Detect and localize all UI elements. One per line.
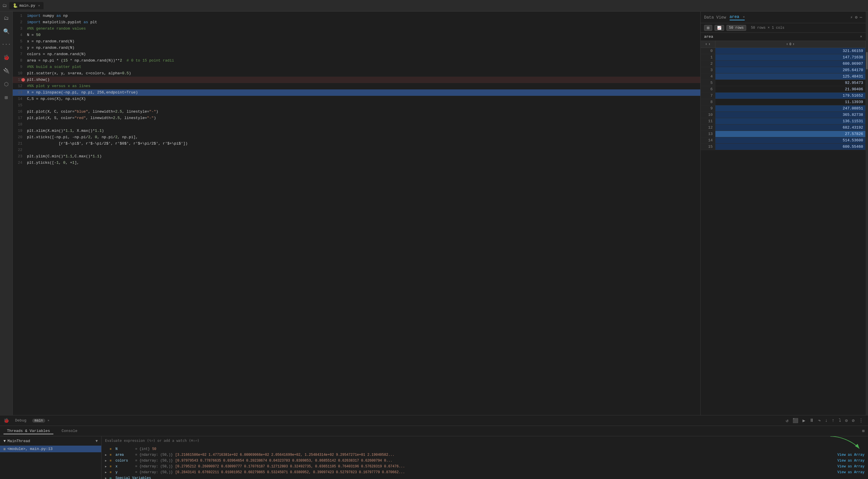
variable-row-area[interactable]: ▶ ≡ area = {ndarray: (50,)} [3.21661586e… xyxy=(104,452,866,458)
tab-close-button[interactable]: × xyxy=(38,4,40,7)
grid-view-button[interactable]: ⊞ xyxy=(704,25,712,31)
panel-expand-icon[interactable]: ⊞ xyxy=(862,428,865,433)
colors-view-as-array-link[interactable]: View as Array xyxy=(837,459,865,463)
view-breakpoints-button[interactable]: ⊙ xyxy=(844,417,849,424)
settings-icon[interactable]: ⚙ xyxy=(855,15,857,20)
data-view-area-tab[interactable]: area × xyxy=(730,14,745,20)
close-var-icon[interactable]: × xyxy=(860,34,862,39)
variable-row-x[interactable]: ▶ ≡ x = {ndarray: (50,)} [0.2795212 0.26… xyxy=(104,463,866,470)
table-row-index: 11 xyxy=(701,118,715,124)
table-row-index: 0 xyxy=(701,48,715,54)
table-cell: 136.11531 xyxy=(715,118,866,124)
table-row-index: 9 xyxy=(701,106,715,112)
thread-frame-item[interactable]: ▣ <module>, main.py:13 xyxy=(0,446,101,452)
bottom-tabs: Threads & Variables Console xyxy=(3,428,81,434)
debug-tab-label: Debug xyxy=(11,417,30,424)
table-cell: 147.71638 xyxy=(715,54,866,61)
table-row-index: 2 xyxy=(701,61,715,67)
table-cell: 179.51652 xyxy=(715,93,866,99)
sidebar-folder-icon[interactable]: 🗂 xyxy=(3,14,10,22)
variables-panel[interactable]: ≡ N = {int} 50 ▶ ≡ area = {ndarray: (50,… xyxy=(101,445,868,479)
more-debug-button[interactable]: ⋮ xyxy=(858,417,865,424)
frame-icon: ▣ xyxy=(3,447,5,451)
thread-expand-icon[interactable]: ▼ xyxy=(3,439,6,443)
editor-pane: 1 import numpy as np 2 import matplotlib… xyxy=(13,11,700,415)
main-area: 🗂 🔍 ··· 🐞 🔌 ⬡ ⊞ 1 import numpy as np 2 i… xyxy=(0,11,868,415)
table-row-index: 6 xyxy=(701,86,715,93)
chart-view-button[interactable]: 📈 xyxy=(715,25,724,31)
table-row-index: 10 xyxy=(701,112,715,118)
var-icon-N: ≡ xyxy=(110,447,114,451)
debug-tabs: 🐞 Debug main × ↺ ⬛ ▶ ⏸ ↷ ↓ ↑ ⤵ ⊙ ⊘ ⋮ xyxy=(0,415,868,426)
code-line-1: 1 import numpy as np xyxy=(13,13,700,19)
code-line-16: 16 plt.plot(X, C, color="blue", linewidt… xyxy=(13,109,700,115)
filter-icon[interactable]: ⚡ xyxy=(850,15,852,20)
scrollbar-thumb[interactable] xyxy=(866,52,868,69)
data-col-header-0[interactable]: ⬆ 0 ⬆ xyxy=(715,41,866,48)
variable-row-y[interactable]: ▶ ≡ y = {ndarray: (50,)} [0.2843141 0.67… xyxy=(104,470,866,475)
threads-variables-tab[interactable]: Threads & Variables xyxy=(3,428,53,434)
y-view-as-array-link[interactable]: View as Array xyxy=(837,470,865,474)
code-line-5: 5 x = np.random.rand(N) xyxy=(13,38,700,45)
sidebar-layers-icon[interactable]: ⬡ xyxy=(3,80,10,89)
step-out-button[interactable]: ↑ xyxy=(831,417,836,424)
debug-icon: 🐞 xyxy=(3,418,9,424)
mute-breakpoints-button[interactable]: ⊘ xyxy=(850,417,856,424)
file-tab[interactable]: 🐍 main.py × xyxy=(9,2,43,9)
restart-debug-button[interactable]: ↺ xyxy=(785,417,790,424)
sidebar-database-icon[interactable]: ⊞ xyxy=(3,93,9,102)
green-arrow-indicator xyxy=(827,436,862,451)
debug-main-close[interactable]: × xyxy=(48,419,50,422)
code-line-15: 15 xyxy=(13,102,700,109)
table-row-index: 14 xyxy=(701,137,715,144)
threads-header: ▼ MainThread ▼ xyxy=(0,436,101,446)
var-icon-x: ≡ xyxy=(110,465,114,468)
threads-panel: ▼ MainThread ▼ ▣ <module>, main.py:13 xyxy=(0,436,101,479)
table-row-index: 15 xyxy=(701,144,715,150)
table-row-index: 1 xyxy=(701,54,715,61)
table-row-index: 12 xyxy=(701,124,715,131)
sidebar-bug-icon[interactable]: 🐞 xyxy=(2,53,11,62)
data-view-var-name-bar: area × xyxy=(701,33,866,41)
variable-row-N[interactable]: ≡ N = {int} 50 xyxy=(104,446,866,452)
table-row-index: 7 xyxy=(701,93,715,99)
code-line-11: 11 plt.show() xyxy=(13,77,700,83)
rows-dropdown[interactable]: 50 rows xyxy=(726,25,746,31)
data-view-header-icons: ⚡ ⚙ ⋯ xyxy=(850,15,862,20)
step-into-button[interactable]: ↓ xyxy=(824,417,829,424)
data-view-title[interactable]: Data View xyxy=(704,15,726,20)
stop-debug-button[interactable]: ⬛ xyxy=(792,417,800,424)
debug-panel-body: ▼ MainThread ▼ ▣ <module>, main.py:13 xyxy=(0,436,868,479)
breakpoint-indicator[interactable] xyxy=(22,78,25,82)
table-cell: 321.66159 xyxy=(715,48,866,54)
run-to-cursor-button[interactable]: ⤵ xyxy=(838,417,842,424)
code-line-22: 22 xyxy=(13,147,700,153)
table-row-index: 13 xyxy=(701,131,715,137)
code-editor[interactable]: 1 import numpy as np 2 import matplotlib… xyxy=(13,11,700,415)
folder-icon[interactable]: 🗂 xyxy=(2,3,7,8)
console-tab[interactable]: Console xyxy=(58,428,81,434)
resume-button[interactable]: ▶ xyxy=(801,417,806,424)
sidebar-dots-icon[interactable]: ··· xyxy=(0,40,12,49)
data-view-tab-close[interactable]: × xyxy=(743,16,745,19)
sidebar-search-icon[interactable]: 🔍 xyxy=(2,27,11,36)
step-over-button[interactable]: ↷ xyxy=(817,417,822,424)
left-sidebar: 🗂 🔍 ··· 🐞 🔌 ⬡ ⊞ xyxy=(0,11,13,415)
sidebar-plugin-icon[interactable]: 🔌 xyxy=(2,66,11,75)
thread-dropdown-arrow[interactable]: ▼ xyxy=(95,439,98,443)
var-icon-colors: ≡ xyxy=(110,459,114,462)
data-view-scrollbar[interactable] xyxy=(866,11,868,415)
evaluate-input[interactable] xyxy=(104,438,866,444)
code-lines: 1 import numpy as np 2 import matplotlib… xyxy=(13,11,700,167)
pause-button[interactable]: ⏸ xyxy=(808,417,815,424)
x-view-as-array-link[interactable]: View as Array xyxy=(837,465,865,469)
debug-panel: 🐞 Debug main × ↺ ⬛ ▶ ⏸ ↷ ↓ ↑ ⤵ ⊙ ⊘ ⋮ Thr… xyxy=(0,415,868,479)
data-table[interactable]: ⬆⬆ ⬆ 0 ⬆ 0 321.66159 1 xyxy=(701,41,866,415)
variable-row-special[interactable]: ▶ ⊞ Special Variables xyxy=(104,475,866,479)
area-view-as-array-link[interactable]: View as Array xyxy=(837,453,865,457)
debug-main-badge: main xyxy=(32,419,45,423)
more-options-icon[interactable]: ⋯ xyxy=(860,15,862,20)
table-cell: 600.55460 xyxy=(715,144,866,150)
variable-row-colors[interactable]: ▶ ≡ colors = {ndarray: (50,)} [0.9797954… xyxy=(104,458,866,463)
code-line-7: 7 colors = np.random.rand(N) xyxy=(13,51,700,58)
